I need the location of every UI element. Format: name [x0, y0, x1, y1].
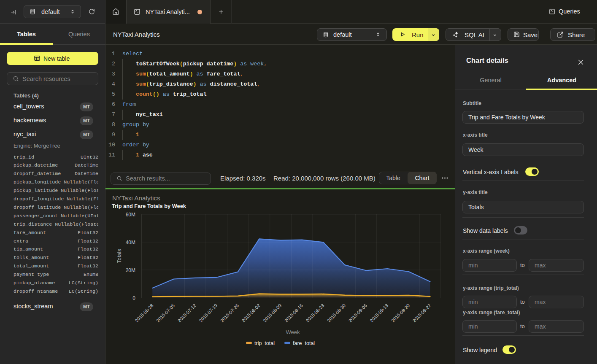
svg-text:2015-06-28: 2015-06-28 — [134, 303, 154, 323]
svg-text:2015-07-26: 2015-07-26 — [219, 303, 240, 323]
svg-text:2015-08-23: 2015-08-23 — [305, 303, 325, 323]
svg-text:2015-08-02: 2015-08-02 — [241, 303, 261, 323]
svg-text:2015-09-20: 2015-09-20 — [390, 303, 411, 323]
svg-text:2015-07-12: 2015-07-12 — [177, 303, 197, 323]
svg-text:NYTaxi Analytics: NYTaxi Analytics — [112, 194, 160, 202]
svg-text:2015-08-30: 2015-08-30 — [326, 303, 346, 323]
svg-text:2015-07-05: 2015-07-05 — [155, 303, 176, 323]
svg-text:2015-09-06: 2015-09-06 — [348, 303, 368, 323]
svg-text:2015-09-13: 2015-09-13 — [369, 303, 389, 323]
svg-text:2015-09-27: 2015-09-27 — [412, 303, 432, 323]
svg-text:trip_total: trip_total — [254, 340, 275, 346]
svg-text:fare_total: fare_total — [293, 340, 315, 346]
svg-text:Totals: Totals — [116, 249, 122, 263]
svg-text:20M: 20M — [126, 267, 135, 273]
svg-text:2015-08-16: 2015-08-16 — [284, 303, 304, 323]
svg-text:Trip and Fare Totals by Week: Trip and Fare Totals by Week — [112, 203, 186, 209]
svg-text:0: 0 — [132, 295, 135, 301]
svg-text:60M: 60M — [126, 212, 135, 218]
svg-text:Week: Week — [286, 329, 300, 335]
svg-text:2015-07-19: 2015-07-19 — [198, 303, 218, 323]
svg-text:2015-08-09: 2015-08-09 — [262, 303, 282, 323]
svg-text:40M: 40M — [126, 240, 135, 245]
